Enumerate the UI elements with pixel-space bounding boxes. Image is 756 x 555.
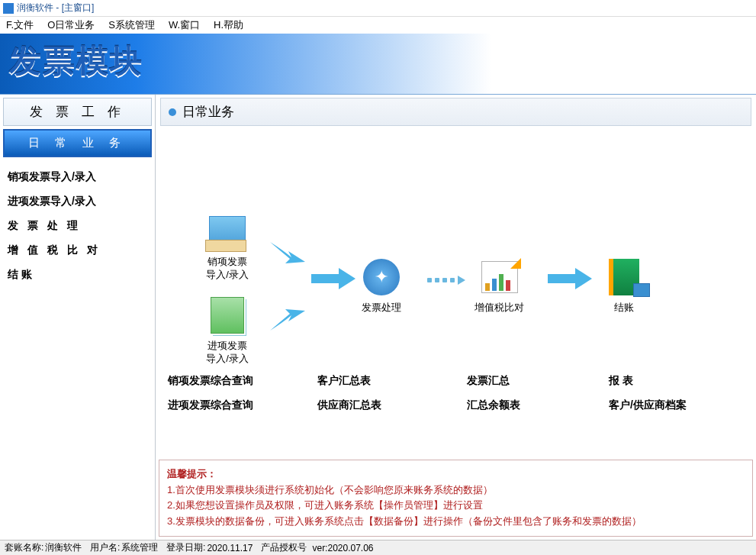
bullet-icon [169, 108, 176, 116]
tips-line2: 2.如果您想设置操作员及权限，可进入账务系统【操作员管理】进行设置 [167, 498, 745, 514]
sidebar: 发 票 工 作 日 常 业 务 销项发票导入/录入 进项发票导入/录入 发 票 … [0, 95, 156, 540]
menu-daily[interactable]: O日常业务 [47, 18, 95, 32]
status-lic-label: 产品授权号 [261, 541, 307, 554]
wf-purchase-label: 进项发票导入/录入 [206, 340, 249, 366]
menu-system[interactable]: S系统管理 [108, 18, 155, 32]
arrow-icon [548, 268, 592, 289]
link-customer-summary[interactable]: 客户汇总表 [317, 374, 455, 388]
arrow-icon [311, 268, 355, 289]
sidebar-active-item[interactable]: 日 常 业 务 [3, 129, 152, 157]
sidebar-item-close[interactable]: 结 账 [3, 263, 152, 287]
content: 日常业务 销项发票导入/录入 进项发票导入/录入 发票处理 增值税比对 结账 [156, 95, 756, 540]
chart-icon [481, 261, 518, 293]
tips-line1: 1.首次使用发票模块须进行系统初始化（不会影响您原来账务系统的数据） [167, 482, 745, 499]
tips-panel: 温馨提示： 1.首次使用发票模块须进行系统初始化（不会影响您原来账务系统的数据）… [159, 460, 753, 537]
status-user-label: 用户名: [90, 541, 120, 554]
dots-arrow-icon [427, 276, 465, 285]
sidebar-header: 发 票 工 作 [3, 98, 152, 126]
link-supplier-summary[interactable]: 供应商汇总表 [317, 399, 455, 412]
gear-icon [363, 259, 400, 295]
link-balance-summary[interactable]: 汇总余额表 [467, 399, 597, 412]
menubar: F.文件 O日常业务 S系统管理 W.窗口 H.帮助 [0, 17, 756, 34]
menu-file[interactable]: F.文件 [6, 18, 34, 32]
statusbar: 套账名称: 润衡软件 用户名: 系统管理 登录日期: 2020.11.17 产品… [0, 540, 756, 555]
wf-close-label: 结账 [603, 302, 645, 315]
status-date-label: 登录日期: [166, 541, 205, 554]
tips-line3: 3.发票模块的数据备份，可进入账务系统点击【数据备份】进行操作（备份文件里包含了… [167, 514, 745, 530]
window-title: 润衡软件 - [主窗口] [17, 2, 94, 15]
link-archives[interactable]: 客户/供应商档案 [609, 399, 746, 412]
banner-reflection: 发票模块 [9, 55, 143, 76]
link-purchase-query[interactable]: 进项发票综合查询 [168, 399, 305, 412]
link-invoice-summary[interactable]: 发票汇总 [467, 374, 597, 388]
arrow-icon [269, 240, 307, 271]
workflow: 销项发票导入/录入 进项发票导入/录入 发票处理 增值税比对 结账 [160, 141, 751, 386]
banner: 发票模块 发票模块 [0, 34, 756, 95]
status-date: 2020.11.17 [207, 543, 253, 553]
arrow-icon [269, 302, 307, 332]
status-lic: ver:2020.07.06 [312, 543, 373, 553]
titlebar: 润衡软件 - [主窗口] [0, 0, 756, 17]
wf-process[interactable]: 发票处理 [360, 256, 403, 315]
status-account-label: 套账名称: [5, 541, 43, 554]
wf-sales-label: 销项发票导入/录入 [206, 256, 249, 282]
menu-window[interactable]: W.窗口 [169, 18, 200, 32]
sidebar-item-process[interactable]: 发 票 处 理 [3, 214, 152, 238]
status-user: 系统管理 [121, 541, 158, 554]
wf-purchase[interactable]: 进项发票导入/录入 [206, 294, 249, 366]
document-icon [211, 297, 244, 334]
sidebar-item-sales[interactable]: 销项发票导入/录入 [3, 165, 152, 189]
sidebar-item-purchase[interactable]: 进项发票导入/录入 [3, 189, 152, 214]
wf-vat[interactable]: 增值税比对 [475, 256, 524, 315]
tips-title: 温馨提示： [167, 466, 745, 482]
app-icon [3, 3, 14, 14]
wf-sales[interactable]: 销项发票导入/录入 [206, 210, 249, 282]
content-title: 日常业务 [182, 103, 234, 121]
quick-links: 销项发票综合查询 客户汇总表 发票汇总 报 表 进项发票综合查询 供应商汇总表 … [168, 374, 748, 412]
wf-process-label: 发票处理 [360, 302, 403, 315]
document-icon [209, 216, 246, 247]
book-icon [609, 259, 639, 295]
link-reports[interactable]: 报 表 [609, 374, 746, 388]
content-header: 日常业务 [160, 98, 751, 126]
wf-close[interactable]: 结账 [603, 256, 645, 315]
status-account: 润衡软件 [45, 541, 82, 554]
menu-help[interactable]: H.帮助 [214, 18, 243, 32]
wf-vat-label: 增值税比对 [475, 302, 524, 315]
sidebar-item-vat[interactable]: 增 值 税 比 对 [3, 238, 152, 263]
link-sales-query[interactable]: 销项发票综合查询 [168, 374, 305, 388]
